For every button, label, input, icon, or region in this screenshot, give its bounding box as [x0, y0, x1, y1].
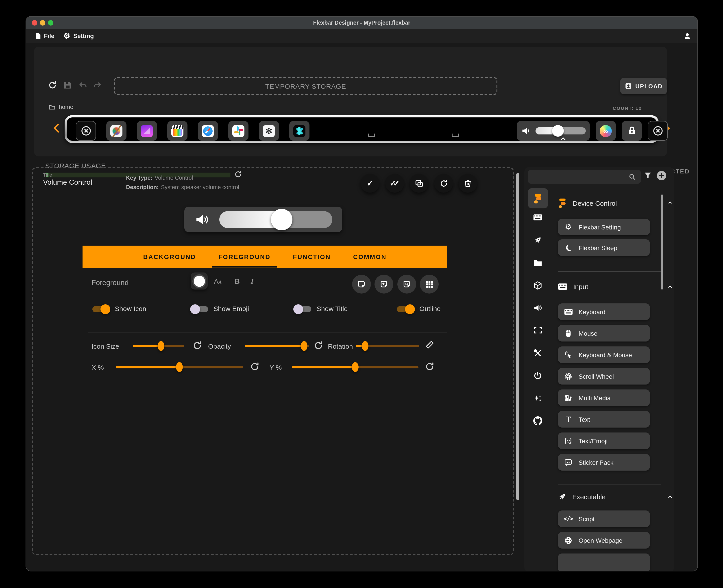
section-input[interactable]: Input	[558, 283, 588, 290]
tab-function[interactable]: FUNCTION	[285, 246, 338, 268]
strip-key-volume-slider[interactable]	[517, 121, 590, 141]
tab-background[interactable]: BACKGROUND	[136, 246, 204, 268]
collapse-icon[interactable]	[667, 200, 673, 205]
redo-icon[interactable]	[93, 81, 102, 90]
section-executable[interactable]: Executable	[558, 492, 605, 501]
caret-up-icon[interactable]	[560, 137, 566, 141]
strip-key-affinity-app[interactable]	[137, 121, 157, 141]
library-item-partial[interactable]	[558, 553, 650, 571]
library-item-keyboard[interactable]: Keyboard	[558, 303, 650, 320]
strip-key-cyan-star-app[interactable]	[289, 121, 309, 141]
tab-foreground[interactable]: FOREGROUND	[211, 246, 278, 268]
upload-button[interactable]: UPLOAD	[620, 78, 667, 94]
breadcrumb[interactable]: home	[49, 104, 73, 110]
x-percent-slider[interactable]	[116, 366, 243, 369]
strip-key-chatgpt-app[interactable]: ✻	[259, 121, 279, 141]
icon-size-slider[interactable]	[133, 345, 184, 347]
library-item-script[interactable]: </> Script	[558, 510, 650, 527]
close-window-button[interactable]	[32, 20, 37, 25]
preview-volume-knob[interactable]	[271, 209, 292, 230]
section-device-control[interactable]: Device Control	[558, 198, 617, 208]
save-icon[interactable]	[63, 81, 72, 90]
key-preview[interactable]	[184, 207, 342, 232]
strip-key-photos-app[interactable]: ∞	[596, 121, 616, 141]
library-item-flexbar-sleep[interactable]: Flexbar Sleep	[558, 239, 650, 256]
editor-scrollbar[interactable]	[516, 173, 519, 500]
strip-key-close[interactable]	[648, 121, 668, 141]
preview-volume-track[interactable]	[219, 211, 332, 228]
bold-button[interactable]: B	[235, 277, 240, 286]
reset-y-icon[interactable]	[425, 362, 435, 372]
library-item-multi-media[interactable]: Multi Media	[558, 390, 650, 406]
apply-button[interactable]: ✓	[361, 174, 379, 193]
strip-key-final-cut-app[interactable]	[167, 121, 187, 141]
rail-keyboard-icon[interactable]	[533, 213, 542, 222]
library-item-text[interactable]: T Text	[558, 411, 650, 427]
minimize-window-button[interactable]	[40, 20, 45, 25]
rail-folder-icon[interactable]	[533, 258, 542, 268]
rail-rocket-icon[interactable]	[533, 236, 542, 245]
search-input[interactable]	[528, 170, 641, 184]
grid-button[interactable]	[420, 275, 439, 294]
apply-all-button[interactable]: ✓✓	[385, 174, 404, 193]
strip-scroll-left-icon[interactable]	[52, 122, 62, 134]
library-item-text-emoji[interactable]: Text/Emoji	[558, 433, 650, 449]
sticker-add-button[interactable]	[375, 275, 393, 294]
menu-setting[interactable]: ⚙ Setting	[61, 29, 97, 43]
strip-key-paint-app[interactable]	[106, 121, 126, 141]
rail-sound-icon[interactable]	[533, 303, 542, 312]
reset-opacity-icon[interactable]	[314, 341, 323, 351]
menu-file[interactable]: File	[32, 29, 57, 43]
strip-volume-knob[interactable]	[553, 125, 564, 137]
strip-key-close[interactable]	[76, 121, 96, 141]
delete-key-button[interactable]	[458, 174, 477, 193]
add-icon[interactable]	[656, 170, 667, 181]
tab-common[interactable]: COMMON	[346, 246, 394, 268]
reload-icon[interactable]	[48, 81, 57, 90]
library-scrollbar[interactable]	[661, 194, 663, 290]
library-item-mouse[interactable]: Mouse	[558, 325, 650, 341]
rail-resource-box-icon[interactable]	[533, 281, 542, 290]
library-item-scroll-wheel[interactable]: Scroll Wheel	[558, 368, 650, 384]
filter-icon[interactable]	[644, 171, 652, 180]
refresh-key-button[interactable]	[434, 174, 453, 193]
rail-power-icon[interactable]	[533, 371, 542, 380]
reset-x-icon[interactable]	[250, 362, 260, 372]
toggle-outline[interactable]	[397, 306, 414, 312]
opacity-slider[interactable]	[245, 345, 309, 347]
collapse-icon[interactable]	[667, 284, 673, 290]
toggle-show-title[interactable]	[294, 306, 311, 312]
rotation-slider[interactable]	[356, 345, 419, 347]
strip-key-slack-app[interactable]	[228, 121, 248, 141]
rail-ai-sparkles-icon[interactable]	[533, 394, 542, 403]
rail-tools-icon[interactable]	[533, 349, 542, 358]
ruler-icon[interactable]	[425, 340, 435, 350]
user-account-icon[interactable]	[684, 32, 691, 40]
zoom-window-button[interactable]	[48, 20, 53, 25]
library-item-sticker-pack[interactable]: Sticker Pack	[558, 454, 650, 470]
rail-selection-icon[interactable]	[534, 327, 542, 333]
y-percent-slider[interactable]	[292, 366, 419, 369]
sticker-blank-button[interactable]	[352, 275, 371, 294]
key-title-value[interactable]: Volume Control	[43, 178, 92, 186]
reset-icon-size-icon[interactable]	[193, 341, 202, 351]
undo-icon[interactable]	[79, 81, 87, 90]
toggle-show-icon[interactable]	[93, 306, 109, 312]
window-title: Flexbar Designer - MyProject.flexbar	[313, 20, 410, 26]
strip-key-lock[interactable]	[622, 121, 642, 141]
emoji-sticker-icon	[402, 280, 411, 289]
duplicate-button[interactable]	[409, 174, 428, 193]
temporary-storage-dropzone[interactable]: TEMPORARY STORAGE	[114, 77, 497, 95]
foreground-color-swatch[interactable]	[190, 272, 208, 290]
library-item-flexbar-setting[interactable]: ⚙ Flexbar Setting	[558, 219, 650, 235]
strip-volume-track[interactable]	[536, 127, 586, 134]
font-family-button[interactable]: AA	[214, 277, 222, 285]
italic-button[interactable]: I	[251, 277, 254, 286]
sticker-emoji-button[interactable]	[397, 275, 416, 294]
collapse-icon[interactable]	[667, 494, 673, 500]
strip-key-safari-app[interactable]	[198, 121, 218, 141]
rail-github-icon[interactable]	[533, 416, 542, 425]
library-item-open-webpage[interactable]: Open Webpage	[558, 532, 650, 549]
toggle-show-emoji[interactable]	[191, 306, 208, 312]
library-item-keyboard-mouse[interactable]: Keyboard & Mouse	[558, 346, 650, 363]
